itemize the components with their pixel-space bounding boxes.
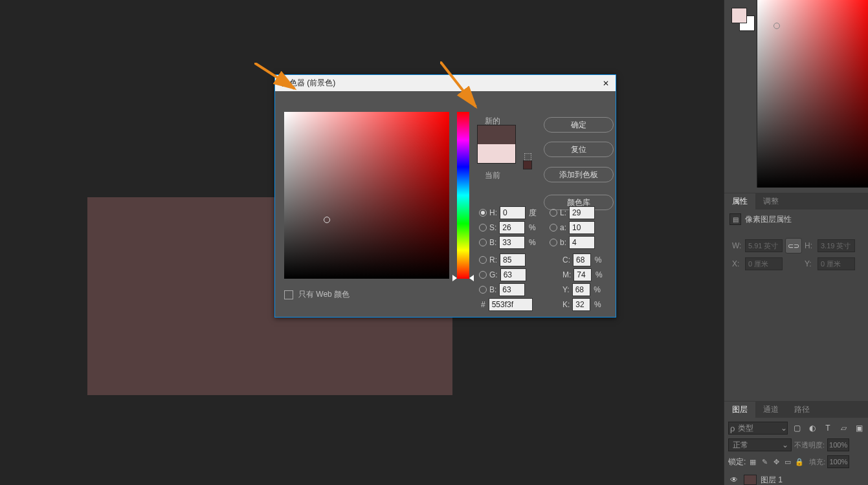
tab-paths[interactable]: 路径 <box>786 402 818 418</box>
input-g[interactable]: 63 <box>500 268 526 281</box>
row-k: K: 32 % <box>562 298 602 311</box>
web-only-checkbox[interactable] <box>284 290 293 299</box>
gamut-swatch[interactable] <box>523 160 532 169</box>
color-picker-dialog: 拾色器 (前景色) ✕ 新的 当前 ⬚ 确定 复位 添加到色板 颜色库 H: 0… <box>274 74 616 318</box>
radio-l[interactable] <box>550 209 557 217</box>
current-color-swatch[interactable] <box>477 144 516 164</box>
filter-smart-icon[interactable]: ▣ <box>852 422 865 435</box>
tab-properties[interactable]: 属性 <box>724 193 755 210</box>
filter-type-icon[interactable]: T <box>821 422 834 435</box>
hue-handle-left-icon <box>452 275 457 281</box>
label-c: C: <box>562 255 570 264</box>
dialog-titlebar[interactable]: 拾色器 (前景色) ✕ <box>275 75 616 91</box>
input-x[interactable]: 0 厘米 <box>745 257 783 270</box>
unit-percent-v: % <box>528 238 537 247</box>
lock-all-icon[interactable]: 🔒 <box>794 457 805 467</box>
label-r: R: <box>489 255 497 264</box>
input-bch[interactable]: 63 <box>499 283 525 296</box>
input-h[interactable]: 3.19 英寸 <box>818 239 855 252</box>
layer-filter-row: ρ 类型 ⌄ ▢ ◐ T ▱ ▣ <box>728 422 865 435</box>
input-a[interactable]: 10 <box>569 221 595 234</box>
label-hex: # <box>481 300 485 309</box>
web-only-checkbox-row: 只有 Web 颜色 <box>284 289 350 300</box>
dialog-title-text: 拾色器 (前景色) <box>282 78 335 89</box>
hue-slider[interactable] <box>457 112 469 279</box>
cube-icon[interactable]: ⬚ <box>524 151 532 161</box>
input-y[interactable]: 68 <box>572 283 590 296</box>
blend-mode-select[interactable]: 正常 ⌄ <box>728 438 792 451</box>
add-button-label: 添加到色板 <box>559 169 598 180</box>
label-h: H: <box>805 241 815 250</box>
fill-input[interactable]: 100% <box>827 455 849 468</box>
ok-button[interactable]: 确定 <box>544 117 614 133</box>
lock-icons-group: ▦ ✎ ✥ ▭ 🔒 <box>748 457 805 467</box>
tab-adjust[interactable]: 调整 <box>755 193 786 210</box>
input-l[interactable]: 29 <box>569 206 595 219</box>
cancel-button[interactable]: 复位 <box>544 142 614 157</box>
color-field-cursor-icon <box>324 217 330 223</box>
blend-row: 正常 ⌄ 不透明度: 100% <box>728 438 865 451</box>
tab-layers[interactable]: 图层 <box>724 402 755 418</box>
add-to-swatches-button[interactable]: 添加到色板 <box>544 167 614 182</box>
radio-bch[interactable] <box>479 286 487 294</box>
label-bch: B: <box>489 285 496 294</box>
input-v[interactable]: 33 <box>499 236 525 249</box>
input-bl[interactable]: 4 <box>569 236 595 249</box>
input-w[interactable]: 5.91 英寸 <box>745 239 783 252</box>
input-hex[interactable]: 553f3f <box>489 298 533 311</box>
radio-g[interactable] <box>479 271 487 279</box>
label-h: H: <box>489 208 497 217</box>
tab-channels[interactable]: 通道 <box>755 402 786 418</box>
input-r[interactable]: 85 <box>500 253 526 266</box>
fill-label: 填充: <box>809 457 825 467</box>
unit-percent-y: % <box>593 285 602 294</box>
dialog-body: 新的 当前 ⬚ 确定 复位 添加到色板 颜色库 H: 0 度 S: 26 % B… <box>275 91 616 317</box>
input-s[interactable]: 26 <box>499 221 525 234</box>
row-l: L: 29 <box>550 206 595 219</box>
input-h[interactable]: 0 <box>500 206 526 219</box>
input-y[interactable]: 0 厘米 <box>818 257 855 270</box>
filter-image-icon[interactable]: ▢ <box>790 422 803 435</box>
input-c[interactable]: 68 <box>573 253 591 266</box>
current-color-label: 当前 <box>485 170 500 181</box>
radio-h[interactable] <box>479 209 487 217</box>
input-m[interactable]: 74 <box>573 268 592 281</box>
properties-tab-bar: 属性 调整 <box>724 193 868 210</box>
layer-name: 图层 1 <box>761 475 783 486</box>
saturation-brightness-field[interactable] <box>284 112 449 279</box>
label-l: L: <box>560 208 566 217</box>
color-preview-field[interactable] <box>757 0 868 188</box>
label-x: X: <box>732 259 742 268</box>
label-w: W: <box>732 241 742 250</box>
lock-row: 锁定: ▦ ✎ ✥ ▭ 🔒 填充: 100% <box>728 455 865 468</box>
lock-pixels-icon[interactable]: ▦ <box>748 457 758 467</box>
layers-tab-bar: 图层 通道 路径 <box>724 401 868 418</box>
layer-type-select[interactable]: ρ 类型 ⌄ <box>728 422 788 435</box>
radio-s[interactable] <box>479 224 487 232</box>
filter-shape-icon[interactable]: ▱ <box>837 422 850 435</box>
radio-bl[interactable] <box>550 239 557 246</box>
hue-handle-right-icon <box>469 275 474 281</box>
close-icon[interactable]: ✕ <box>603 79 609 88</box>
filter-adjust-icon[interactable]: ◐ <box>806 422 819 435</box>
opacity-input[interactable]: 100% <box>827 438 849 451</box>
layer-thumbnail <box>744 475 757 485</box>
row-m: M: 74 % <box>562 268 603 281</box>
label-g: G: <box>489 270 498 279</box>
link-icon[interactable]: ⊂⊃ <box>785 238 802 253</box>
unit-percent-c: % <box>594 255 603 264</box>
lock-brush-icon[interactable]: ✎ <box>759 457 770 467</box>
radio-r[interactable] <box>479 256 487 264</box>
lock-artboard-icon[interactable]: ▭ <box>783 457 793 467</box>
foreground-color-swatch[interactable] <box>731 8 747 23</box>
layer-item[interactable]: 👁 图层 1 <box>726 472 867 485</box>
fg-bg-swatches <box>731 8 755 31</box>
label-s: S: <box>489 223 496 232</box>
input-k[interactable]: 32 <box>572 298 590 311</box>
radio-a[interactable] <box>550 224 557 232</box>
lock-position-icon[interactable]: ✥ <box>771 457 781 467</box>
opacity-label: 不透明度: <box>794 440 825 450</box>
eye-icon[interactable]: 👁 <box>728 474 740 485</box>
radio-v[interactable] <box>479 239 487 246</box>
cancel-button-label: 复位 <box>571 144 586 155</box>
